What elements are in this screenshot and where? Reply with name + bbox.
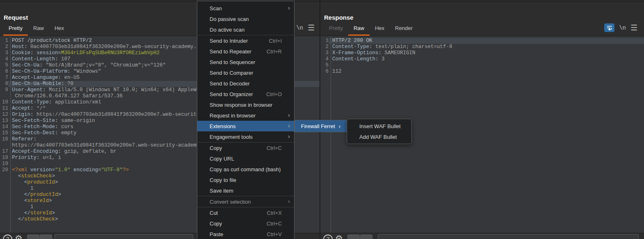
menu-item-label: Request in browser <box>210 113 256 119</box>
menu-item-scan[interactable]: Scan› <box>197 3 294 14</box>
menu-item-send-to-sequencer[interactable]: Send to Sequencer <box>197 57 294 67</box>
search-next-button[interactable] <box>40 234 52 239</box>
line-number <box>0 210 8 216</box>
code-line[interactable]: 3X-Frame-Options: SAMEORIGIN <box>320 50 644 56</box>
request-tab-bar: PrettyRawHex <box>3 23 69 36</box>
newline-toggle-icon[interactable]: \n <box>296 25 303 31</box>
line-number: 10 <box>0 99 8 106</box>
request-title: Request <box>4 14 28 21</box>
help-icon[interactable]: ? <box>323 234 333 239</box>
menu-item-send-to-intruder[interactable]: Send to IntruderCtrl+I <box>197 35 294 46</box>
newline-toggle-icon[interactable]: \n <box>619 25 626 31</box>
menu-item-convert-selection[interactable]: Convert selection› <box>197 196 294 207</box>
editor-menu-icon[interactable]: ☰ <box>630 25 637 31</box>
tab-pretty[interactable]: Pretty <box>324 23 348 36</box>
settings-gear-icon[interactable]: ⚙ <box>335 234 343 239</box>
submenu-arrow-icon: › <box>288 111 290 118</box>
menu-item-label: Extensions <box>210 123 236 129</box>
settings-gear-icon[interactable]: ⚙ <box>15 234 23 239</box>
search-prev-button[interactable] <box>27 234 39 239</box>
menu-item-copy-to-file[interactable]: Copy to file <box>197 175 294 185</box>
menu-item-send-to-organizer[interactable]: Send to OrganizerCtrl+O <box>197 89 294 99</box>
response-tab-bar: PrettyRawHexRender <box>324 23 418 36</box>
search-input[interactable] <box>378 234 639 239</box>
response-editor-icons: \n ☰ <box>604 23 637 32</box>
menu-shortcut: Ctrl+I <box>269 38 282 44</box>
line-number: 12 <box>0 112 8 118</box>
code-line[interactable]: 2Content-Type: text/plain; charset=utf-8 <box>320 44 644 50</box>
menu-item-label: Engagement tools <box>210 134 253 140</box>
code-text: 112 <box>329 69 644 75</box>
tab-render[interactable]: Render <box>390 23 418 36</box>
line-number: 5 <box>0 62 8 69</box>
menu-item-do-active-scan[interactable]: Do active scan <box>197 24 294 35</box>
submenu-arrow-icon: › <box>288 133 290 140</box>
menu-item-paste[interactable]: PasteCtrl+V <box>197 229 294 239</box>
line-number: 7 <box>0 75 8 81</box>
line-number: 18 <box>0 155 8 161</box>
menu-item-send-to-comparer[interactable]: Send to Comparer <box>197 67 294 78</box>
menu-shortcut: Ctrl+C <box>267 145 282 151</box>
menu-item-copy-as-curl-command-bash-[interactable]: Copy as curl command (bash) <box>197 164 294 175</box>
submenu-arrow-icon: › <box>288 122 290 129</box>
menu-item-label: Copy <box>210 145 222 151</box>
menu-item-label: Save item <box>210 188 233 194</box>
gutter-divider <box>10 36 11 233</box>
line-number <box>0 173 8 179</box>
line-number: 3 <box>320 50 329 56</box>
menu-item-show-response-in-browser[interactable]: Show response in browser <box>197 99 294 110</box>
context-menu: Scan›Do passive scanDo active scanSend t… <box>197 1 295 239</box>
code-line[interactable]: 1HTTP/2 200 OK <box>320 38 644 44</box>
code-line[interactable]: 6112 <box>320 69 644 75</box>
search-prev-button[interactable] <box>347 234 360 239</box>
line-number: 6 <box>0 69 8 75</box>
tab-raw[interactable]: Raw <box>28 23 49 36</box>
response-code: 1HTTP/2 200 OK2Content-Type: text/plain;… <box>320 38 644 75</box>
menu-item-label: Do active scan <box>210 27 244 33</box>
menu-item-copy[interactable]: CopyCtrl+C <box>197 218 294 229</box>
line-number: 17 <box>0 149 8 155</box>
line-number: 3 <box>0 50 8 56</box>
menu-item-insert-waf-bullet[interactable]: Insert WAF Bullet <box>347 121 411 131</box>
line-number <box>0 198 8 204</box>
menu-item-request-in-browser[interactable]: Request in browser› <box>197 110 294 121</box>
tab-hex[interactable]: Hex <box>370 23 390 36</box>
menu-item-cut[interactable]: CutCtrl+X <box>197 207 294 218</box>
code-line[interactable]: 5 <box>320 62 644 69</box>
extensions-submenu: Firewall Ferret › <box>295 120 347 132</box>
menu-item-label: Send to Comparer <box>210 70 253 76</box>
response-header: Response PrettyRawHexRender \n ☰ <box>320 2 644 36</box>
menu-item-add-waf-bullet[interactable]: Add WAF Bullet <box>347 131 411 142</box>
burp-repeater-screen: { "request_panel": { "title": "Request",… <box>0 0 644 239</box>
menu-item-firewall-ferret[interactable]: Firewall Ferret <box>301 123 335 129</box>
line-number: 11 <box>0 106 8 112</box>
menu-item-label: Show response in browser <box>210 102 272 108</box>
response-title: Response <box>324 14 354 21</box>
tab-hex[interactable]: Hex <box>49 23 69 36</box>
line-number: 5 <box>320 62 329 69</box>
line-number <box>0 93 8 99</box>
tab-raw[interactable]: Raw <box>348 23 370 36</box>
wrap-toggle-icon[interactable] <box>604 23 614 32</box>
gutter-divider <box>331 36 331 233</box>
menu-item-engagement-tools[interactable]: Engagement tools› <box>197 131 294 142</box>
menu-item-copy-url[interactable]: Copy URL <box>197 153 294 164</box>
search-next-button[interactable] <box>360 234 372 239</box>
menu-item-send-to-repeater[interactable]: Send to RepeaterCtrl+R <box>197 46 294 57</box>
tab-pretty[interactable]: Pretty <box>3 23 28 36</box>
line-number: 1 <box>320 38 329 44</box>
code-line[interactable]: 4Content-Length: 3 <box>320 56 644 62</box>
menu-item-do-passive-scan[interactable]: Do passive scan <box>197 14 294 24</box>
code-text: HTTP/2 200 OK <box>329 38 644 44</box>
help-icon[interactable]: ? <box>3 234 12 239</box>
code-text: Content-Type: text/plain; charset=utf-8 <box>329 44 644 50</box>
menu-item-label: Paste <box>210 231 223 237</box>
menu-item-label: Convert selection <box>210 199 251 205</box>
menu-item-copy[interactable]: CopyCtrl+C <box>197 142 294 153</box>
menu-item-save-item[interactable]: Save item <box>197 185 294 196</box>
search-input[interactable] <box>55 234 193 239</box>
line-number: 4 <box>0 56 8 62</box>
menu-item-send-to-decoder[interactable]: Send to Decoder <box>197 78 294 89</box>
editor-menu-icon[interactable]: ☰ <box>308 25 315 31</box>
menu-item-extensions[interactable]: Extensions› <box>197 121 294 131</box>
